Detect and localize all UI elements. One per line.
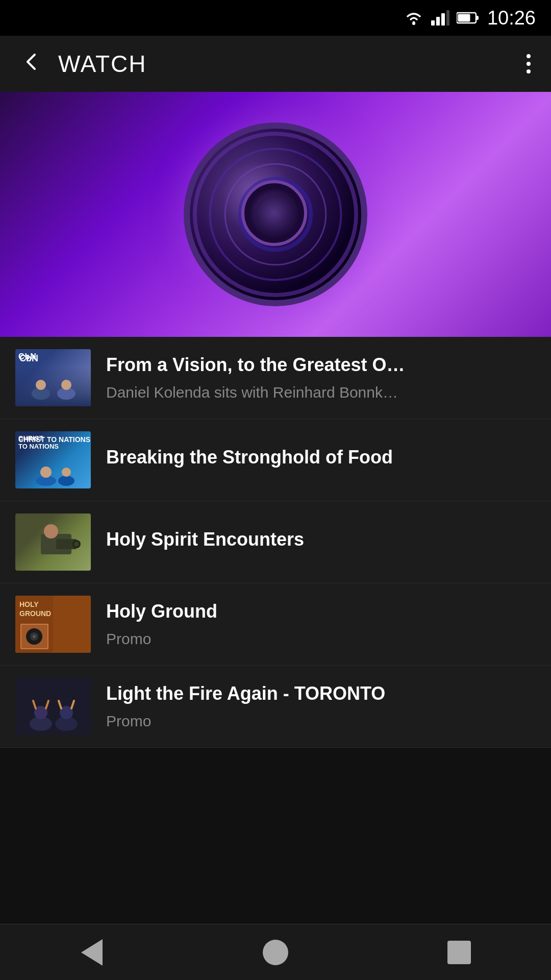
svg-point-14 xyxy=(36,380,46,390)
list-item[interactable]: Holy Spirit Encounters xyxy=(0,501,551,583)
video-title: Holy Spirit Encounters xyxy=(106,528,536,552)
video-info: Breaking the Stronghold of Food xyxy=(106,446,536,475)
svg-rect-3 xyxy=(441,13,445,26)
video-title: Light the Fire Again - TORONTO xyxy=(106,682,536,706)
video-list: CbN From a Vision, to the Greatest O… Da… xyxy=(0,337,551,748)
back-nav-icon xyxy=(81,939,103,966)
video-thumbnail: CbN xyxy=(15,349,91,406)
video-title: Holy Ground xyxy=(106,600,536,624)
video-title: Breaking the Stronghold of Food xyxy=(106,446,536,470)
status-icons: 10:26 xyxy=(404,7,536,29)
status-bar: 10:26 xyxy=(0,0,551,36)
status-time: 10:26 xyxy=(487,7,536,29)
video-subtitle: Promo xyxy=(106,629,536,649)
svg-point-20 xyxy=(62,468,71,477)
svg-point-8 xyxy=(195,134,356,295)
hero-banner[interactable] xyxy=(0,92,551,337)
more-dot xyxy=(527,69,531,74)
video-thumbnail xyxy=(15,678,91,735)
back-button[interactable] xyxy=(15,45,48,82)
battery-icon xyxy=(457,11,480,24)
video-subtitle: Promo xyxy=(106,711,536,731)
svg-rect-35 xyxy=(15,678,91,735)
toolbar: WATCH xyxy=(0,36,551,92)
nav-home-button[interactable] xyxy=(245,932,306,973)
svg-rect-7 xyxy=(458,14,470,22)
svg-point-19 xyxy=(58,476,74,486)
video-thumbnail xyxy=(15,513,91,571)
list-item[interactable]: Light the Fire Again - TORONTO Promo xyxy=(0,666,551,748)
svg-rect-4 xyxy=(446,10,449,26)
svg-text:HOLY: HOLY xyxy=(19,600,39,608)
svg-point-12 xyxy=(255,194,295,234)
svg-rect-6 xyxy=(476,16,479,20)
list-item[interactable]: HOLY GROUND Holy Ground Promo xyxy=(0,583,551,666)
svg-point-25 xyxy=(74,542,79,547)
svg-text:GROUND: GROUND xyxy=(19,609,51,618)
page-title: WATCH xyxy=(58,50,521,78)
svg-point-34 xyxy=(33,635,36,638)
nav-back-button[interactable] xyxy=(61,932,122,973)
video-thumbnail: HOLY GROUND xyxy=(15,596,91,653)
list-item[interactable]: CbN From a Vision, to the Greatest O… Da… xyxy=(0,337,551,419)
hero-lens-graphic xyxy=(184,122,367,306)
svg-rect-1 xyxy=(431,20,435,26)
video-info: Holy Spirit Encounters xyxy=(106,528,536,557)
list-item[interactable]: CHRISTTO NATIONS Breaking the Stronghold… xyxy=(0,419,551,501)
video-info: Light the Fire Again - TORONTO Promo xyxy=(106,682,536,731)
more-dot xyxy=(527,54,531,58)
recent-nav-icon xyxy=(447,941,471,964)
bottom-navigation xyxy=(0,924,551,980)
video-info: Holy Ground Promo xyxy=(106,600,536,649)
svg-point-18 xyxy=(40,467,52,478)
svg-rect-2 xyxy=(436,17,440,26)
home-nav-icon xyxy=(263,940,288,965)
video-subtitle: Daniel Kolenda sits with Reinhard Bonnk… xyxy=(106,382,536,402)
svg-point-11 xyxy=(240,179,311,250)
video-info: From a Vision, to the Greatest O… Daniel… xyxy=(106,353,536,402)
video-title: From a Vision, to the Greatest O… xyxy=(106,353,536,377)
svg-point-0 xyxy=(412,22,415,25)
nav-recent-button[interactable] xyxy=(429,932,490,973)
svg-point-22 xyxy=(44,524,58,538)
svg-point-9 xyxy=(210,149,341,280)
wifi-icon xyxy=(404,10,424,26)
more-dot xyxy=(527,62,531,66)
more-options-button[interactable] xyxy=(521,49,536,79)
video-thumbnail: CHRISTTO NATIONS xyxy=(15,431,91,488)
signal-icon xyxy=(431,10,449,26)
svg-point-16 xyxy=(61,380,71,390)
